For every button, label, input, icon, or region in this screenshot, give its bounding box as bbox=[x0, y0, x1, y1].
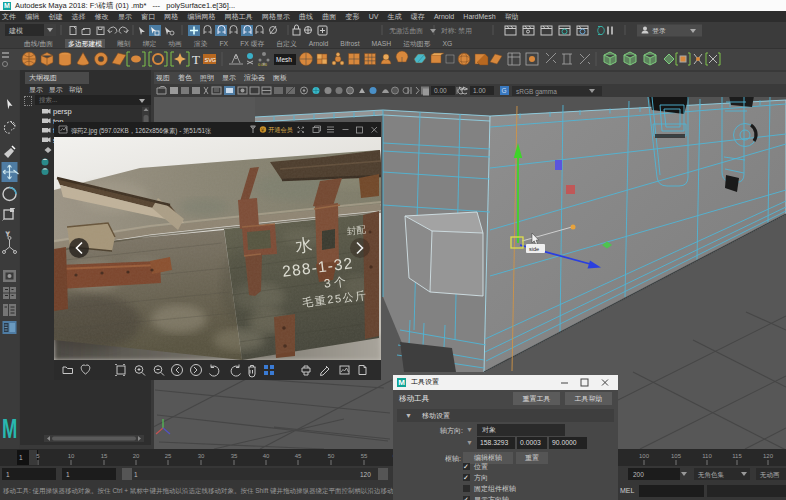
svg-text:45: 45 bbox=[295, 453, 302, 459]
svg-text:无角色集: 无角色集 bbox=[698, 471, 725, 479]
svg-text:弹药2.jpg (597.02KB，1262x856像素): 弹药2.jpg (597.02KB，1262x856像素) - 第51/51张 bbox=[71, 127, 211, 135]
svg-text:20: 20 bbox=[133, 453, 140, 459]
svg-text:50: 50 bbox=[328, 453, 335, 459]
svg-text:0.0.0: 0.0.0 bbox=[258, 62, 268, 67]
svg-text:G: G bbox=[502, 87, 507, 94]
svg-text:200: 200 bbox=[633, 471, 644, 478]
svg-text:T: T bbox=[192, 52, 200, 67]
svg-text:105: 105 bbox=[671, 453, 682, 459]
svg-text:sRGB gamma: sRGB gamma bbox=[516, 88, 557, 96]
svg-text:无动画: 无动画 bbox=[760, 471, 780, 479]
svg-text:1: 1 bbox=[19, 454, 23, 461]
svg-text:35: 35 bbox=[231, 453, 238, 459]
svg-text:开通会员: 开通会员 bbox=[268, 126, 294, 133]
svg-text:15: 15 bbox=[101, 453, 108, 459]
svg-text:30: 30 bbox=[198, 453, 205, 459]
svg-text:1: 1 bbox=[134, 471, 138, 478]
svg-text:persp: persp bbox=[53, 107, 72, 116]
svg-text:1: 1 bbox=[6, 471, 10, 478]
svg-text:对称: 禁用: 对称: 禁用 bbox=[441, 27, 472, 35]
svg-text:side: side bbox=[529, 246, 539, 252]
svg-text:120: 120 bbox=[360, 471, 371, 478]
svg-text:1.00: 1.00 bbox=[473, 87, 486, 94]
svg-text:无激活曲面: 无激活曲面 bbox=[389, 27, 423, 35]
svg-text:40: 40 bbox=[263, 453, 270, 459]
svg-text:55: 55 bbox=[361, 453, 368, 459]
svg-text:10: 10 bbox=[68, 453, 75, 459]
svg-text:1: 1 bbox=[66, 471, 70, 478]
svg-text:25: 25 bbox=[165, 453, 172, 459]
svg-text:115: 115 bbox=[732, 453, 742, 459]
svg-text:建模: 建模 bbox=[8, 27, 23, 35]
svg-text:M: M bbox=[2, 413, 17, 443]
svg-text:登录: 登录 bbox=[652, 27, 666, 35]
svg-text:Mesh: Mesh bbox=[276, 56, 292, 63]
svg-text:120: 120 bbox=[763, 453, 774, 459]
svg-text:100: 100 bbox=[639, 453, 650, 459]
svg-text:SVG: SVG bbox=[205, 57, 217, 63]
svg-text:0.00: 0.00 bbox=[434, 87, 447, 94]
svg-text:110: 110 bbox=[702, 453, 712, 459]
